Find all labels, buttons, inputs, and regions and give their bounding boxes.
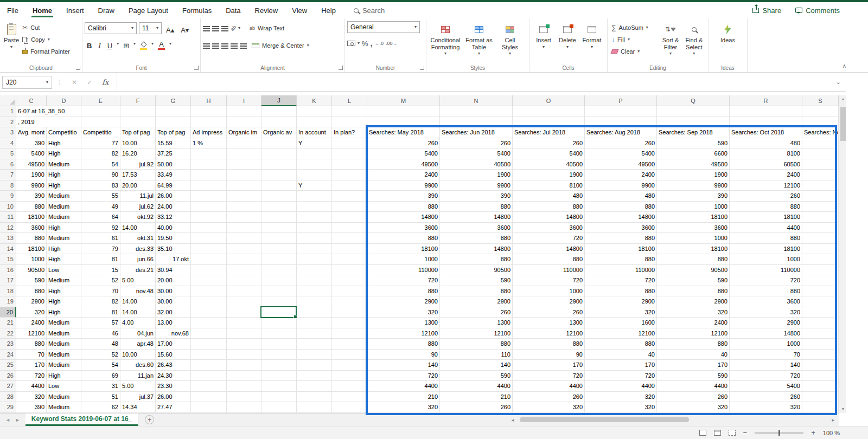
cell-C25[interactable]: 170 [16, 360, 47, 371]
cell-L23[interactable] [332, 339, 367, 350]
cell-I18[interactable] [227, 286, 261, 297]
cell-F3[interactable]: Top of pag [120, 127, 156, 138]
column-header-L[interactable]: L [332, 95, 367, 106]
cell-L26[interactable] [332, 371, 367, 382]
cell-M20[interactable]: 320 [367, 307, 440, 318]
cell-L11[interactable] [332, 212, 367, 223]
cell-L29[interactable] [332, 402, 367, 413]
format-as-table-button[interactable]: Format as Table ▾ [462, 21, 496, 62]
cell-Q10[interactable]: 1000 [657, 202, 730, 212]
cell-S26[interactable] [802, 371, 839, 382]
cell-F16[interactable]: des.21 [120, 265, 156, 276]
cell-N26[interactable]: 590 [440, 371, 513, 382]
increase-decimal-icon[interactable]: ←.0 [374, 41, 384, 46]
cell-E17[interactable]: 52 [81, 275, 120, 286]
cell-S7[interactable] [802, 170, 839, 180]
cell-E28[interactable]: 51 [81, 392, 120, 403]
cell-M12[interactable]: 3600 [367, 223, 440, 234]
cell-E1[interactable] [81, 106, 120, 117]
wrap-text-button[interactable]: abWrap Text [248, 23, 286, 33]
cell-G1[interactable] [156, 106, 191, 117]
cell-H29[interactable] [191, 402, 227, 413]
cell-H5[interactable] [191, 148, 227, 159]
cell-S14[interactable] [802, 244, 839, 255]
cell-J1[interactable] [261, 106, 297, 117]
cell-F6[interactable]: jul.92 [120, 159, 156, 170]
cell-C2[interactable]: , 2019 [16, 117, 47, 128]
cell-Q19[interactable]: 2900 [657, 296, 730, 307]
cell-H13[interactable] [191, 233, 227, 244]
cell-F21[interactable]: 4.00 [120, 318, 156, 328]
cell-H2[interactable] [191, 117, 227, 128]
cell-E10[interactable]: 49 [81, 202, 120, 212]
cell-I12[interactable] [227, 223, 261, 234]
cell-D14[interactable]: High [47, 244, 81, 255]
cell-R10[interactable]: 880 [730, 202, 802, 212]
name-box-splitter[interactable]: ⋮ [56, 79, 62, 86]
cell-C5[interactable]: 5400 [16, 148, 47, 159]
cell-Q1[interactable] [657, 106, 730, 117]
cell-S5[interactable] [802, 148, 839, 159]
column-header-O[interactable]: O [513, 95, 585, 106]
cell-D2[interactable] [47, 117, 81, 128]
cell-S25[interactable] [802, 360, 839, 371]
insert-cells-button[interactable]: Insert ▾ [532, 21, 556, 62]
cell-Q11[interactable]: 18100 [657, 212, 730, 223]
cell-C29[interactable]: 390 [16, 402, 47, 413]
cell-R13[interactable]: 880 [730, 233, 802, 244]
cell-P10[interactable]: 880 [585, 202, 657, 212]
cell-D16[interactable]: Low [47, 265, 81, 276]
cell-P16[interactable]: 110000 [585, 265, 657, 276]
alignment-dialog-launcher-icon[interactable] [339, 66, 343, 70]
scroll-left-icon[interactable]: ◄ [510, 418, 515, 423]
cell-F1[interactable] [120, 106, 156, 117]
cell-J7[interactable] [261, 170, 297, 180]
cell-N10[interactable]: 880 [440, 202, 513, 212]
cell-I21[interactable] [227, 318, 261, 328]
cell-I8[interactable] [227, 180, 261, 191]
cell-D4[interactable]: High [47, 138, 81, 149]
menu-tab-page-layout[interactable]: Page Layout [122, 2, 175, 18]
cell-Q8[interactable]: 9900 [657, 180, 730, 191]
cell-J3[interactable]: Organic av [261, 127, 297, 138]
cell-J5[interactable] [261, 148, 297, 159]
cell-D17[interactable]: Medium [47, 275, 81, 286]
cell-D13[interactable]: Medium [47, 233, 81, 244]
cell-C28[interactable]: 320 [16, 392, 47, 403]
cell-L25[interactable] [332, 360, 367, 371]
row-header-11[interactable]: 11 [0, 212, 16, 223]
cell-K18[interactable] [297, 286, 332, 297]
cell-D7[interactable]: High [47, 170, 81, 180]
comma-style-icon[interactable]: , [371, 40, 373, 47]
cell-R1[interactable] [730, 106, 802, 117]
cell-M5[interactable]: 5400 [367, 148, 440, 159]
cell-K9[interactable] [297, 191, 332, 202]
italic-button[interactable]: I [96, 38, 103, 50]
cell-G8[interactable]: 64.99 [156, 180, 191, 191]
name-box[interactable]: J20 ▾ [2, 76, 52, 89]
collapse-ribbon-icon[interactable]: ∧ [843, 63, 846, 69]
row-header-7[interactable]: 7 [0, 170, 16, 180]
cell-Q9[interactable]: 390 [657, 191, 730, 202]
cell-F24[interactable]: 10.00 [120, 350, 156, 360]
cell-E13[interactable]: 61 [81, 233, 120, 244]
align-right-icon[interactable] [221, 43, 228, 48]
cell-N28[interactable]: 210 [440, 392, 513, 403]
cell-K20[interactable] [297, 307, 332, 318]
number-dialog-launcher-icon[interactable] [420, 66, 424, 70]
cell-M16[interactable]: 110000 [367, 265, 440, 276]
cell-R9[interactable]: 260 [730, 191, 802, 202]
cell-S16[interactable] [802, 265, 839, 276]
row-header-2[interactable]: 2 [0, 117, 16, 128]
cell-P29[interactable]: 320 [585, 402, 657, 413]
cell-G23[interactable]: 17.00 [156, 339, 191, 350]
zoom-slider-thumb[interactable] [778, 430, 780, 436]
cell-I23[interactable] [227, 339, 261, 350]
next-sheet-icon[interactable]: ► [15, 417, 20, 423]
cell-K10[interactable] [297, 202, 332, 212]
cell-G29[interactable]: 27.47 [156, 402, 191, 413]
cell-Q15[interactable]: 880 [657, 254, 730, 265]
cell-D10[interactable]: Medium [47, 202, 81, 212]
cell-J10[interactable] [261, 202, 297, 212]
align-center-icon[interactable] [212, 43, 219, 48]
